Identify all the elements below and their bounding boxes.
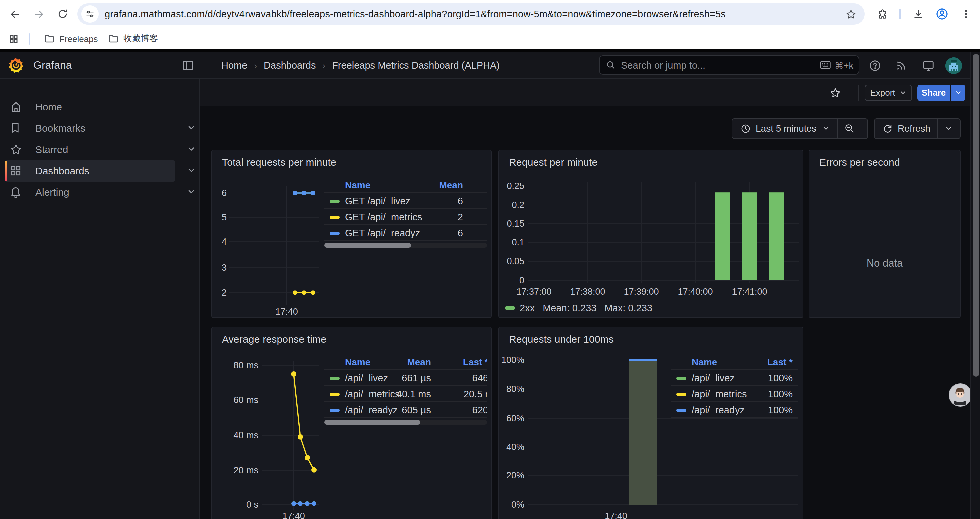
svg-text:0.1: 0.1 (512, 238, 524, 248)
series-name[interactable]: GET /api/_metrics (345, 209, 422, 225)
series-color-pill (329, 393, 340, 396)
time-range-picker[interactable]: Last 5 minutes (732, 118, 868, 139)
sidebar-item-alerting[interactable]: Alerting (0, 182, 200, 203)
sidebar-nav: HomeBookmarksStarredDashboardsAlerting (0, 80, 200, 519)
share-menu-button[interactable] (951, 85, 965, 101)
svg-text:20 ms: 20 ms (234, 465, 258, 475)
bookmark-star-icon[interactable] (845, 8, 857, 20)
bookmark-label: Freeleaps (59, 34, 98, 44)
favorite-star-icon[interactable] (829, 87, 841, 99)
brand-label[interactable]: Grafana (33, 52, 72, 79)
series-last: 20.5 r (442, 386, 487, 402)
panel-title[interactable]: Errors per second (819, 156, 900, 168)
svg-text:0%: 0% (511, 500, 524, 509)
svg-text:6: 6 (222, 188, 227, 198)
breadcrumb-current: Freeleaps Metrics Dashboard (ALPHA) (332, 60, 500, 71)
sidebar-item-bookmarks[interactable]: Bookmarks (0, 118, 200, 139)
sidebar-item-dashboards[interactable]: Dashboards (0, 160, 200, 182)
search-shortcut: ⌘+k (820, 60, 853, 70)
zoom-out-button[interactable] (838, 123, 861, 134)
grafana-header: Grafana Home › Dashboards › Freeleaps Me… (0, 52, 980, 79)
screen: grafana.mathmast.com/d/deytv4rwavabkb/fr… (0, 0, 980, 519)
extensions-icon[interactable] (875, 0, 891, 28)
profile-icon[interactable] (934, 0, 950, 28)
reload-icon[interactable] (55, 0, 71, 28)
toolbar-divider (899, 9, 900, 19)
apps-grid-icon[interactable] (5, 28, 21, 50)
series-color-pill (329, 376, 340, 380)
series-name[interactable]: /api/_livez (692, 370, 735, 386)
panel-requests-under-100ms: Requests under 100ms 100%80%60%40%20%0%1… (498, 327, 803, 519)
chevron-down-icon (822, 124, 830, 132)
chevron-down-icon[interactable] (187, 166, 197, 176)
bookmark-label: 收藏博客 (123, 33, 158, 45)
back-icon[interactable] (7, 0, 23, 28)
legend-scrollbar[interactable] (324, 420, 487, 425)
site-settings-icon[interactable] (81, 5, 99, 23)
grafana-logo[interactable] (9, 57, 23, 74)
series-name[interactable]: /api/_livez (345, 370, 388, 386)
series-name[interactable]: GET /api/_livez (345, 193, 410, 209)
url-text[interactable]: grafana.mathmast.com/d/deytv4rwavabkb/fr… (105, 9, 845, 19)
browser-toolbar: grafana.mathmast.com/d/deytv4rwavabkb/fr… (0, 0, 980, 28)
breadcrumb-dashboards[interactable]: Dashboards (264, 60, 315, 71)
legend-table: NameMeanGET /api/_livez6GET /api/_metric… (324, 177, 487, 251)
series-name[interactable]: GET /api/_readyz (345, 225, 420, 241)
export-button[interactable]: Export (865, 85, 912, 101)
zoom-out-icon (844, 123, 854, 134)
bookmarks-divider (29, 34, 30, 45)
series-last: 620 (442, 402, 487, 418)
chevron-down-icon[interactable] (187, 187, 197, 198)
scrollbar-thumb[interactable] (972, 54, 979, 377)
user-avatar[interactable] (945, 57, 962, 74)
dock-sidebar-icon[interactable] (181, 59, 195, 72)
panel-average-response-time: Average response time 80 ms60 ms40 ms20 … (212, 327, 492, 519)
legend-scrollbar[interactable] (324, 243, 487, 248)
breadcrumb-home[interactable]: Home (221, 60, 247, 71)
forward-icon[interactable] (31, 0, 47, 28)
bookmarks-bar: Freeleaps 收藏博客 (0, 28, 980, 50)
search-input[interactable]: Search or jump to... ⌘+k (599, 56, 859, 75)
refresh-interval-button[interactable] (938, 124, 960, 132)
svg-text:40%: 40% (506, 442, 524, 452)
legend-row: /api/_metrics40.1 ms20.5 r (324, 386, 487, 402)
no-data-message: No data (809, 257, 960, 269)
help-icon[interactable] (867, 52, 883, 79)
breadcrumb: Home › Dashboards › Freeleaps Metrics Da… (221, 52, 500, 79)
share-button[interactable]: Share (917, 85, 950, 101)
chevron-down-icon[interactable] (187, 144, 197, 155)
series-name[interactable]: 2xx (520, 303, 535, 313)
bookmark-folder-freeleaps[interactable]: Freeleaps (37, 30, 105, 48)
legend-row: /api/_livez100% (671, 370, 798, 386)
series-mean: 605 µs (384, 402, 431, 418)
svg-text:100%: 100% (501, 355, 524, 365)
sidebar-item-home[interactable]: Home (0, 96, 200, 118)
news-rss-icon[interactable] (893, 52, 909, 79)
sidebar-item-label: Dashboards (35, 160, 89, 182)
legend-header: NameLast * (671, 354, 798, 370)
browser-menu-icon[interactable] (958, 0, 974, 28)
monitor-icon[interactable] (920, 52, 936, 79)
chevron-down-icon (945, 124, 953, 132)
series-name[interactable]: /api/_metrics (692, 386, 746, 402)
svg-text:17:37:00: 17:37:00 (516, 287, 551, 297)
svg-text:2: 2 (222, 287, 227, 297)
bookmark-folder-blogs[interactable]: 收藏博客 (102, 30, 165, 48)
refresh-picker[interactable]: Refresh (873, 118, 960, 139)
legend-row: GET /api/_readyz6 (324, 225, 487, 241)
dashboards-grid-icon (10, 164, 23, 178)
sidebar-item-label: Home (35, 96, 62, 118)
bar-chart: 17:37:0017:38:0017:39:0017:40:0017:41:00… (499, 150, 804, 319)
panel-errors-per-second: Errors per second No data (808, 150, 961, 318)
chevron-down-icon[interactable] (187, 123, 197, 134)
downloads-icon[interactable] (910, 0, 926, 28)
svg-text:0 s: 0 s (246, 500, 258, 509)
legend-row: /api/_readyz605 µs620 (324, 402, 487, 418)
url-bar[interactable]: grafana.mathmast.com/d/deytv4rwavabkb/fr… (77, 3, 865, 25)
series-name[interactable]: /api/_readyz (692, 402, 745, 418)
sidebar-item-starred[interactable]: Starred (0, 139, 200, 160)
assistant-avatar[interactable] (948, 383, 972, 406)
sidebar-item-label: Alerting (35, 182, 69, 203)
legend-row: GET /api/_metrics2 (324, 209, 487, 225)
sidebar-item-label: Bookmarks (35, 118, 85, 139)
